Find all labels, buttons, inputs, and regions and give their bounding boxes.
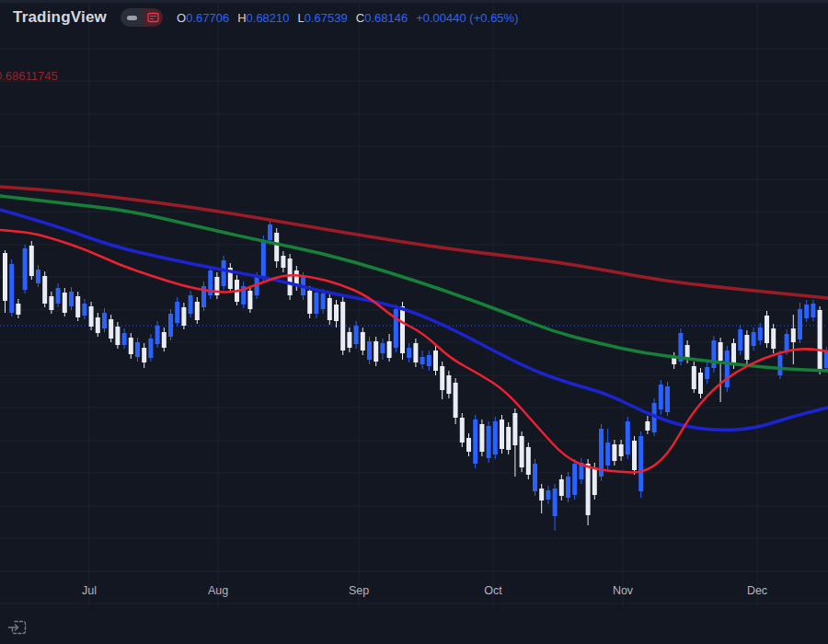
high-value: 0.68210 [247, 11, 290, 25]
x-axis-label-dec: Dec [747, 584, 767, 597]
x-axis-label-jul: Jul [82, 584, 97, 597]
high-label: H [237, 11, 246, 25]
close-value: 0.68146 [364, 11, 408, 25]
chart-header: TradingView O0.67706 H0.68210 L0.67539 C… [13, 8, 518, 27]
collapse-toggle-segment[interactable] [121, 8, 143, 27]
grid [0, 0, 828, 607]
low-value: 0.67539 [305, 11, 348, 25]
candlestick-chart-canvas[interactable] [0, 0, 828, 644]
open-label: O [177, 11, 186, 25]
tradingview-chart-window: TradingView O0.67706 H0.68210 L0.67539 C… [0, 0, 828, 644]
legend-toggle[interactable] [121, 8, 163, 27]
open-value: 0.67706 [186, 11, 229, 25]
x-axis-label-aug: Aug [208, 584, 228, 597]
red-flag-icon [147, 12, 159, 23]
alert-toggle-segment[interactable] [143, 8, 163, 27]
x-axis-label-oct: Oct [484, 584, 501, 597]
top-divider [0, 0, 828, 3]
go-to-date-icon [7, 616, 29, 638]
x-axis-label-nov: Nov [613, 584, 633, 597]
close-label: C [356, 11, 364, 25]
ohlc-legend: O0.67706 H0.68210 L0.67539 C0.68146 +0.0… [177, 11, 518, 25]
x-axis-label-sep: Sep [349, 584, 369, 597]
go-to-date-button[interactable] [6, 615, 31, 643]
minus-dash-icon [127, 16, 137, 20]
change-value: +0.00440 (+0.65%) [416, 11, 518, 25]
low-label: L [298, 11, 305, 25]
tradingview-logo[interactable]: TradingView [13, 8, 107, 27]
ma-price-label: 0.68611745 [0, 69, 58, 83]
